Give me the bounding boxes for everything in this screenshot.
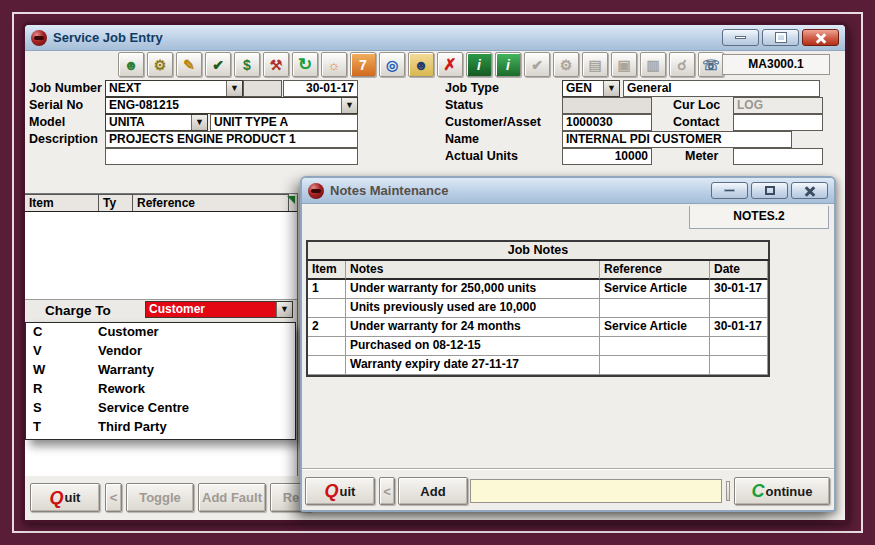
cur-loc-label: Cur Loc	[673, 98, 720, 112]
date-column-header[interactable]: Date	[710, 261, 768, 280]
option-label: Service Centre	[98, 399, 189, 418]
job-type-combo[interactable]: GEN ▼	[562, 80, 620, 97]
list-item[interactable]: S Service Centre	[26, 399, 295, 418]
close-icon[interactable]	[802, 29, 839, 46]
maximize-icon[interactable]	[762, 29, 799, 46]
actual-units-field[interactable]: 10000	[562, 148, 652, 165]
option-code: W	[26, 361, 98, 380]
gears-icon[interactable]: ⚙	[147, 52, 173, 77]
calendar-icon[interactable]: 7	[350, 52, 376, 77]
charge-to-selected[interactable]: Customer	[146, 302, 276, 317]
toolbar: ☻ ⚙ ✎ ✔ $ ⚒ ↻ ☼ 7 ◎ ☻ ✗ i i ✔ ⚙ ▤ ▣ ▥ ☌	[118, 52, 724, 77]
cell-reference	[600, 337, 710, 356]
divider	[726, 481, 730, 501]
checklist-icon[interactable]: ✔	[205, 52, 231, 77]
serial-no-label: Serial No	[29, 98, 83, 112]
main-titlebar: Service Job Entry	[25, 25, 845, 51]
job-info-icon[interactable]: i	[466, 52, 492, 77]
model-value[interactable]: UNITA	[106, 115, 191, 130]
list-item[interactable]: R Rework	[26, 380, 295, 399]
close-icon[interactable]	[791, 182, 828, 199]
quit-q-icon: Q	[50, 491, 64, 505]
user-icon[interactable]: ☻	[118, 52, 144, 77]
table-row[interactable]: Purchased on 08-12-15	[308, 337, 768, 356]
table-row[interactable]: Units previously used are 10,000	[308, 299, 768, 318]
delete-document-icon[interactable]: ✗	[437, 52, 463, 77]
user-settings-icon[interactable]: ⚙	[553, 52, 579, 77]
table-row[interactable]: 2 Under warranty for 24 months Service A…	[308, 318, 768, 337]
chevron-down-icon[interactable]: ▼	[276, 302, 292, 317]
tools-icon[interactable]: ⚒	[263, 52, 289, 77]
job-type-desc-field[interactable]: General	[623, 80, 820, 97]
item-column-header[interactable]: Item	[25, 194, 99, 211]
ty-column-header[interactable]: Ty	[99, 194, 133, 211]
palette-icon[interactable]: ☼	[321, 52, 347, 77]
charge-to-combo[interactable]: Customer ▼	[145, 301, 293, 318]
cell-notes: Under warranty for 250,000 units	[346, 280, 600, 299]
minimize-icon[interactable]	[722, 29, 759, 46]
option-code: T	[26, 418, 98, 437]
chevron-down-icon[interactable]: ▼	[191, 115, 207, 130]
chevron-down-icon[interactable]: ▼	[341, 98, 357, 113]
asset-info-icon[interactable]: i	[495, 52, 521, 77]
description-extra-field[interactable]	[105, 148, 358, 165]
option-label: Rework	[98, 380, 145, 399]
customer-asset-label: Customer/Asset	[445, 115, 541, 129]
job-number-value[interactable]: NEXT	[106, 81, 226, 96]
search-document-icon[interactable]: ◎	[379, 52, 405, 77]
option-label: Customer	[98, 323, 159, 342]
back-button[interactable]: <	[105, 483, 122, 512]
customer-enquiry-icon[interactable]: ☻	[408, 52, 434, 77]
list-item[interactable]: W Warranty	[26, 361, 295, 380]
cell-notes: Purchased on 08-12-15	[346, 337, 600, 356]
list-item[interactable]: T Third Party	[26, 418, 295, 437]
add-button[interactable]: Add	[398, 477, 468, 505]
model-label: Model	[29, 115, 65, 129]
chevron-down-icon[interactable]: ▼	[603, 81, 619, 96]
description-field[interactable]: PROJECTS ENGINE PRODUCT 1	[105, 131, 358, 148]
job-type-value[interactable]: GEN	[563, 81, 603, 96]
user-search-icon[interactable]: ☌	[669, 52, 695, 77]
contact-field[interactable]	[733, 114, 823, 131]
continue-button[interactable]: Continue	[734, 477, 830, 505]
model-desc-field[interactable]: UNIT TYPE A	[210, 114, 358, 131]
add-fault-button[interactable]: Add Fault	[198, 483, 266, 512]
serial-no-value[interactable]: ENG-081215	[106, 98, 341, 113]
terminal-icon[interactable]: ▣	[611, 52, 637, 77]
table-row[interactable]: 1 Under warranty for 250,000 units Servi…	[308, 280, 768, 299]
serial-no-combo[interactable]: ENG-081215 ▼	[105, 97, 358, 114]
contacts-icon[interactable]: ☏	[698, 52, 724, 77]
cell-date: 30-01-17	[710, 318, 768, 337]
list-item[interactable]: V Vendor	[26, 342, 295, 361]
reference-column-header[interactable]: Reference	[133, 194, 289, 211]
job-type-label: Job Type	[445, 81, 499, 95]
toggle-button[interactable]: Toggle	[126, 483, 194, 512]
quit-button[interactable]: Quit	[305, 477, 375, 505]
refresh-icon[interactable]: ↻	[292, 52, 318, 77]
approve-document-icon[interactable]: ✔	[524, 52, 550, 77]
notepad-icon[interactable]: ✎	[176, 52, 202, 77]
name-field[interactable]: INTERNAL PDI CUSTOMER	[562, 131, 792, 148]
note-entry-input[interactable]	[470, 479, 722, 503]
notes-column-header[interactable]: Notes	[346, 261, 600, 280]
reference-column-header[interactable]: Reference	[600, 261, 710, 280]
charge-to-label: Charge To	[45, 303, 111, 318]
meter-field[interactable]	[733, 148, 823, 165]
item-column-header[interactable]: Item	[308, 261, 346, 280]
job-number-combo[interactable]: NEXT ▼	[105, 80, 243, 97]
minimize-icon[interactable]	[711, 182, 748, 199]
model-combo[interactable]: UNITA ▼	[105, 114, 208, 131]
app-icon	[308, 183, 324, 199]
chevron-down-icon[interactable]: ▼	[226, 81, 242, 96]
copy-pages-icon[interactable]: ▥	[640, 52, 666, 77]
job-date-field[interactable]: 30-01-17	[283, 80, 358, 97]
quit-label: uit	[65, 490, 81, 505]
list-item[interactable]: C Customer	[26, 323, 295, 342]
back-button[interactable]: <	[379, 477, 395, 505]
print-icon[interactable]: ▤	[582, 52, 608, 77]
money-icon[interactable]: $	[234, 52, 260, 77]
maximize-icon[interactable]	[751, 182, 788, 199]
customer-asset-field[interactable]: 1000030	[562, 114, 652, 131]
quit-button[interactable]: Quit	[30, 483, 100, 512]
table-row[interactable]: Warranty expiry date 27-11-17	[308, 356, 768, 375]
